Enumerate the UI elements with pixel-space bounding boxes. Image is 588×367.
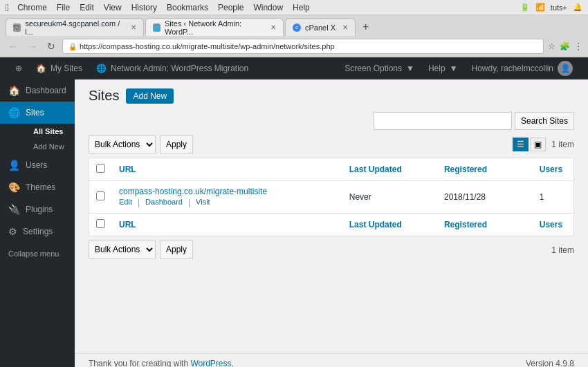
help-btn[interactable]: Help ▼ (421, 57, 465, 79)
dashboard-icon: 🏠 (8, 85, 20, 96)
sidebar-dashboard[interactable]: 🏠 Dashboard (0, 79, 75, 102)
sidebar-users[interactable]: 👤 Users (0, 154, 75, 176)
address-bar: ← → ↻ 🔒 https://compass-hosting.co.uk/mi… (0, 36, 588, 57)
header-registered: Registered (437, 158, 533, 181)
sidebar-themes[interactable]: 🎨 Themes (0, 176, 75, 198)
browser-actions: ☆ 🧩 ⋮ (548, 41, 582, 51)
header-users: Users (533, 158, 574, 181)
tab-label-1: secureukm4.sgcpanel.com / l... (25, 19, 124, 36)
menu-icon[interactable]: ⋮ (574, 41, 582, 51)
footer-registered-sort[interactable]: Registered (444, 220, 487, 229)
bulk-actions-select-bottom[interactable]: Bulk Actions Delete Sites (89, 241, 156, 258)
row-last-updated: Never (342, 181, 437, 214)
footer-registered: Registered (437, 214, 533, 236)
apply-button[interactable]: Apply (160, 135, 193, 153)
sidebar-plugins[interactable]: 🔌 Plugins (0, 198, 75, 220)
footer-url-sort[interactable]: URL (119, 220, 136, 229)
select-all-footer-checkbox[interactable] (96, 219, 105, 228)
edit-link[interactable]: Edit (119, 198, 132, 207)
footer-url: URL (112, 214, 342, 236)
url-sort-link[interactable]: URL (119, 164, 136, 174)
lock-icon: 🔒 (68, 43, 77, 50)
site-url-link[interactable]: compass-hosting.co.uk/migrate-multisite (119, 187, 267, 196)
menu-view[interactable]: View (104, 3, 122, 12)
sidebar-collapse[interactable]: Collapse menu (0, 243, 75, 264)
footer-checkbox-col (89, 214, 113, 236)
footer-text: Thank you for creating with WordPress. (89, 359, 234, 368)
menu-edit[interactable]: Edit (80, 3, 94, 12)
sidebar-dashboard-label: Dashboard (26, 86, 66, 95)
apply-button-bottom[interactable]: Apply (160, 241, 193, 258)
bulk-actions-select[interactable]: Bulk Actions Delete Sites (89, 135, 156, 153)
table-footer: URL Last Updated Registered Users (89, 214, 574, 236)
sidebar-all-sites[interactable]: All Sites (17, 124, 75, 139)
menu-help[interactable]: Help (293, 3, 310, 12)
extensions-icon[interactable]: 🧩 (560, 41, 570, 51)
back-button[interactable]: ← (6, 39, 21, 53)
help-arrow: ▼ (450, 64, 458, 73)
bookmark-icon[interactable]: ☆ (548, 41, 555, 51)
footer-last-updated-sort[interactable]: Last Updated (349, 220, 402, 229)
sidebar-sites-submenu: All Sites Add New (0, 124, 75, 154)
tab-close-2[interactable]: ✕ (270, 23, 276, 31)
forward-button[interactable]: → (25, 39, 40, 53)
plugins-icon: 🔌 (8, 204, 20, 215)
help-label: Help (428, 64, 445, 73)
tab-3[interactable]: c cPanel X ✕ (285, 18, 356, 36)
wordpress-link[interactable]: WordPress (190, 359, 231, 368)
search-button[interactable]: Search Sites (515, 112, 574, 130)
tab-close-1[interactable]: ✕ (131, 23, 136, 31)
visit-link[interactable]: Visit (196, 198, 210, 207)
table-header: URL Last Updated Registered Users (89, 158, 574, 181)
last-updated-sort-link[interactable]: Last Updated (349, 164, 402, 174)
menu-chrome[interactable]: Chrome (17, 3, 47, 12)
refresh-button[interactable]: ↻ (44, 39, 58, 53)
tab-1[interactable]: 🛡 secureukm4.sgcpanel.com / l... ✕ (6, 18, 144, 36)
adminbar-network-admin[interactable]: 🌐 Network Admin: WordPress Migration (89, 57, 255, 79)
screen-options-btn[interactable]: Screen Options ▼ (338, 57, 421, 79)
row-registered: 2018/11/28 (437, 181, 533, 214)
tab-2[interactable]: 🌐 Sites ‹ Network Admin: WordP... ✕ (145, 18, 284, 36)
tab-close-3[interactable]: ✕ (342, 23, 348, 31)
add-new-button[interactable]: Add New (126, 88, 174, 104)
menu-file[interactable]: File (57, 3, 70, 12)
footer-period: . (232, 359, 234, 368)
browser-chrome: 🛡 secureukm4.sgcpanel.com / l... ✕ 🌐 Sit… (0, 15, 588, 57)
row-select-checkbox[interactable] (96, 191, 105, 200)
wp-admin-bar: ⊕ 🏠 My Sites 🌐 Network Admin: WordPress … (0, 57, 588, 79)
mac-menu-items: Chrome File Edit View History Bookmarks … (17, 3, 310, 12)
menu-bookmarks[interactable]: Bookmarks (167, 3, 208, 12)
tab-bar: 🛡 secureukm4.sgcpanel.com / l... ✕ 🌐 Sit… (0, 15, 588, 36)
sidebar-add-new[interactable]: Add New (17, 139, 75, 154)
sidebar-sites[interactable]: 🌐 Sites (0, 102, 75, 124)
menu-people[interactable]: People (218, 3, 244, 12)
page-title: Sites (89, 88, 119, 104)
dashboard-link[interactable]: Dashboard (145, 198, 183, 207)
screen-options-arrow: ▼ (406, 64, 414, 73)
search-input[interactable] (374, 112, 512, 130)
bulk-left-bottom: Bulk Actions Delete Sites Apply (89, 241, 193, 258)
adminbar-wp-logo[interactable]: ⊕ (8, 57, 29, 79)
registered-sort-link[interactable]: Registered (444, 164, 487, 174)
avatar: 👤 (558, 61, 573, 76)
adminbar-howdy[interactable]: Howdy, rachelmccollin 👤 (465, 57, 580, 79)
list-view-button[interactable]: ☰ (513, 138, 529, 151)
new-tab-button[interactable]: + (357, 18, 374, 36)
url-bar[interactable]: 🔒 https://compass-hosting.co.uk/migrate-… (62, 39, 544, 54)
menu-window[interactable]: Window (253, 3, 283, 12)
mac-menu-left:  Chrome File Edit View History Bookmark… (6, 2, 310, 13)
wp-logo-icon: ⊕ (15, 64, 22, 73)
select-all-checkbox[interactable] (96, 164, 105, 173)
grid-view-button[interactable]: ▣ (530, 138, 546, 151)
menu-history[interactable]: History (131, 3, 157, 12)
sites-icon: 🌐 (8, 107, 20, 118)
sites-table: URL Last Updated Registered Users (89, 158, 574, 236)
footer-last-updated: Last Updated (342, 214, 437, 236)
adminbar-my-sites[interactable]: 🏠 My Sites (29, 57, 89, 79)
row-actions: Edit | Dashboard | Visit (119, 198, 336, 207)
thank-you-text: Thank you for creating with (89, 359, 190, 368)
url-text: https://compass-hosting.co.uk/migrate-mu… (80, 42, 335, 50)
sidebar-settings[interactable]: ⚙ Settings (0, 220, 75, 243)
table-footer-row: URL Last Updated Registered Users (89, 214, 574, 236)
header-checkbox-col (89, 158, 113, 181)
